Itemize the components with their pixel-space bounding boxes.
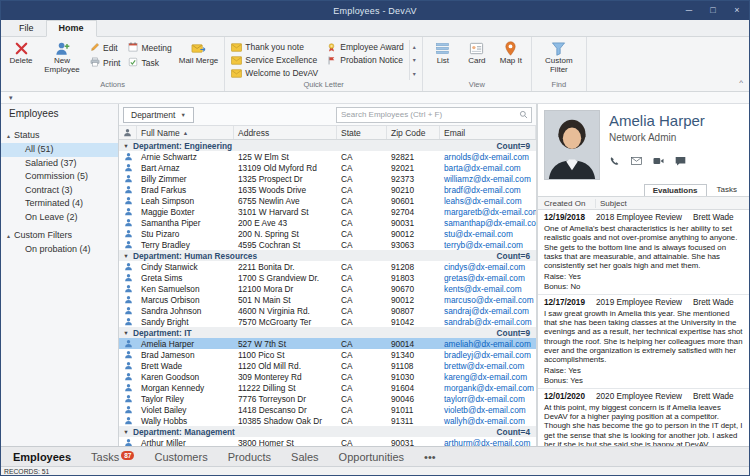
sidebar-item-on-leave-2[interactable]: On Leave (2) [1, 211, 118, 225]
column-header-subject[interactable]: Subject [596, 199, 749, 208]
gallery-dropdown-icon[interactable]: ▾ [413, 70, 416, 77]
employee-row-cindy-stanwick[interactable]: Cindy Stanwick2211 Bonita Dr.CA91208cind… [119, 261, 536, 272]
sidebar-group-custom-filters[interactable]: ▴Custom Filters [1, 227, 118, 243]
cell-email-link[interactable]: williamz@dx-email.com [440, 174, 536, 184]
list-view-button[interactable]: List [426, 38, 460, 79]
close-button[interactable]: × [725, 1, 749, 20]
delete-button[interactable]: Delete [4, 38, 38, 79]
cell-email-link[interactable]: taylorr@dx-email.com [440, 394, 536, 404]
group-row-department-management[interactable]: ▼Department: ManagementCount=4 [119, 426, 536, 437]
phone-icon[interactable] [609, 152, 620, 170]
cell-email-link[interactable]: leahs@dx-email.com [440, 196, 536, 206]
card-view-button[interactable]: Card [460, 38, 494, 79]
cell-email-link[interactable]: gretas@dx-email.com [440, 273, 536, 283]
employee-row-stu-pizaro[interactable]: Stu Pizaro200 N. Spring StCA90012stu@dx-… [119, 228, 536, 239]
sidebar-item-salaried-37[interactable]: Salaried (37) [1, 157, 118, 171]
cell-email-link[interactable]: terryb@dx-email.com [440, 240, 536, 250]
group-row-department-it[interactable]: ▼Department: ITCount=9 [119, 327, 536, 338]
column-header-full-name[interactable]: Full Name▲ [137, 126, 234, 139]
employee-row-bart-arnaz[interactable]: Bart Arnaz13109 Old Myford RdCA92021bart… [119, 162, 536, 173]
task-button[interactable]: Task [126, 57, 173, 69]
employee-row-samantha-piper[interactable]: Samantha Piper200 E Ave 43CA90031samanth… [119, 217, 536, 228]
employee-row-karen-goodson[interactable]: Karen Goodson309 Monterey RdCA91030karen… [119, 371, 536, 382]
cell-email-link[interactable]: brettw@dx-email.com [440, 361, 536, 371]
mail-merge-button[interactable]: Mail Merge [176, 38, 222, 79]
employee-row-maggie-boxter[interactable]: Maggie Boxter3101 W Harvard StCA92704mar… [119, 206, 536, 217]
department-group-dropdown[interactable]: Department ▼ [123, 107, 194, 123]
custom-filter-button[interactable]: Custom Filter [535, 38, 583, 79]
employee-row-taylor-riley[interactable]: Taylor Riley7776 Torreyson DrCA90046tayl… [119, 393, 536, 404]
quick-letter-service-excellence[interactable]: Service Excellence [228, 54, 321, 66]
cell-email-link[interactable]: arnolds@dx-email.com [440, 152, 536, 162]
employee-row-terry-bradley[interactable]: Terry Bradley4595 Cochran StCA93063terry… [119, 239, 536, 250]
sidebar-group-status[interactable]: ▴Status [1, 127, 118, 143]
maximize-button[interactable]: □ [701, 1, 725, 20]
sidebar-item-contract-3[interactable]: Contract (3) [1, 184, 118, 198]
cell-email-link[interactable]: barta@dx-email.com [440, 163, 536, 173]
evaluation-entry[interactable]: 12/19/20182018 Employee ReviewBrett Wade… [538, 210, 749, 295]
cell-email-link[interactable]: sandrab@dx-email.com [440, 317, 536, 327]
employee-row-brett-wade[interactable]: Brett Wade1120 Old Mill Rd.CA91108brettw… [119, 360, 536, 371]
minimize-button[interactable]: ─ [677, 1, 701, 20]
group-row-department-human-resources[interactable]: ▼Department: Human ResourcesCount=6 [119, 250, 536, 261]
nav-sales[interactable]: Sales [281, 451, 329, 463]
nav-opportunities[interactable]: Opportunities [329, 451, 414, 463]
employee-row-greta-sims[interactable]: Greta Sims1700 S Grandview Dr.CA91803gre… [119, 272, 536, 283]
print-button[interactable]: Print [88, 57, 122, 69]
tab-home[interactable]: Home [46, 20, 97, 37]
employee-row-leah-simpson[interactable]: Leah Simpson6755 Newlin AveCA90601leahs@… [119, 195, 536, 206]
column-header-address[interactable]: Address [234, 126, 337, 139]
employee-row-marcus-orbison[interactable]: Marcus Orbison501 N Main StCA90012marcus… [119, 294, 536, 305]
cell-email-link[interactable]: samanthap@dx-email.com [440, 218, 536, 228]
nav-tasks[interactable]: Tasks87 [81, 451, 144, 463]
evaluation-entry[interactable]: 12/01/20202020 Employee ReviewBrett Wade… [538, 389, 749, 446]
cell-email-link[interactable]: kents@dx-email.com [440, 284, 536, 294]
group-expand-icon[interactable]: ▼ [119, 143, 133, 149]
panel-collapse-icon[interactable]: ▾ [9, 94, 13, 102]
group-expand-icon[interactable]: ▼ [119, 253, 133, 259]
detail-tab-tasks[interactable]: Tasks [709, 184, 745, 196]
map-it-button[interactable]: Map It [494, 38, 528, 79]
column-header-email[interactable]: Email [440, 126, 536, 139]
sidebar-item-commission-5[interactable]: Commission (5) [1, 170, 118, 184]
employee-row-violet-bailey[interactable]: Violet Bailey1418 Descanso DrCA91011viol… [119, 404, 536, 415]
cell-email-link[interactable]: bradf@dx-email.com [440, 185, 536, 195]
employee-row-arthur-miller[interactable]: Arthur Miller3800 Homer StCA90031arthurm… [119, 437, 536, 446]
cell-email-link[interactable]: cindys@dx-email.com [440, 262, 536, 272]
search-input[interactable] [341, 110, 519, 119]
employee-row-amelia-harper[interactable]: Amelia Harper527 W 7th StCA90014ameliah@… [119, 338, 536, 349]
sidebar-item-on-probation-4[interactable]: On probation (4) [1, 243, 118, 257]
new-employee-button[interactable]: New Employee [38, 38, 86, 79]
quick-letter-probation-notice[interactable]: Probation Notice [323, 54, 407, 66]
cell-email-link[interactable]: stu@dx-email.com [440, 229, 536, 239]
group-expand-icon[interactable]: ▼ [119, 429, 133, 435]
group-expand-icon[interactable]: ▼ [119, 330, 133, 336]
column-header-created-on[interactable]: Created On [538, 199, 596, 208]
employee-row-sandra-johnson[interactable]: Sandra Johnson4600 N Virginia Rd.CA90807… [119, 305, 536, 316]
cell-email-link[interactable]: bradleyj@dx-email.com [440, 350, 536, 360]
employee-row-billy-zimmer[interactable]: Billy Zimmer1325 Prospect DrCA92373willi… [119, 173, 536, 184]
nav-employees[interactable]: Employees [3, 451, 81, 463]
employee-row-sandy-bright[interactable]: Sandy Bright7570 McGroarty TerCA91042san… [119, 316, 536, 327]
cell-email-link[interactable]: ameliah@dx-email.com [440, 339, 536, 349]
row-indicator-column-header[interactable] [119, 126, 137, 139]
quick-letter-thank-you-note[interactable]: Thank you note [228, 41, 321, 53]
employee-row-morgan-kennedy[interactable]: Morgan Kennedy11222 Dilling StCA91604mor… [119, 382, 536, 393]
chat-icon[interactable] [675, 152, 686, 170]
quick-letter-employee-award[interactable]: Employee Award [323, 41, 407, 53]
video-icon[interactable] [653, 152, 664, 170]
sidebar-item-terminated-4[interactable]: Terminated (4) [1, 197, 118, 211]
nav-overflow[interactable]: ••• [414, 451, 446, 463]
cell-email-link[interactable]: arthurm@dx-email.com [440, 438, 536, 447]
employee-row-ken-samuelson[interactable]: Ken Samuelson12100 Mora DrCA90670kents@d… [119, 283, 536, 294]
evaluation-entry[interactable]: 12/17/20192019 Employee ReviewBrett Wade… [538, 295, 749, 389]
gallery-down-icon[interactable]: ▾ [413, 56, 416, 63]
group-row-department-engineering[interactable]: ▼Department: EngineeringCount=9 [119, 140, 536, 151]
cell-email-link[interactable]: violetb@dx-email.com [440, 405, 536, 415]
employee-row-arnie-schwartz[interactable]: Arnie Schwartz125 W Elm StCA92821arnolds… [119, 151, 536, 162]
cell-email-link[interactable]: morgank@dx-email.com [440, 383, 536, 393]
cell-email-link[interactable]: marcuso@dx-email.com [440, 295, 536, 305]
meeting-button[interactable]: Meeting [126, 42, 173, 54]
mail-icon[interactable] [631, 152, 642, 170]
employee-row-brad-jameson[interactable]: Brad Jameson1100 Pico StCA91340bradleyj@… [119, 349, 536, 360]
